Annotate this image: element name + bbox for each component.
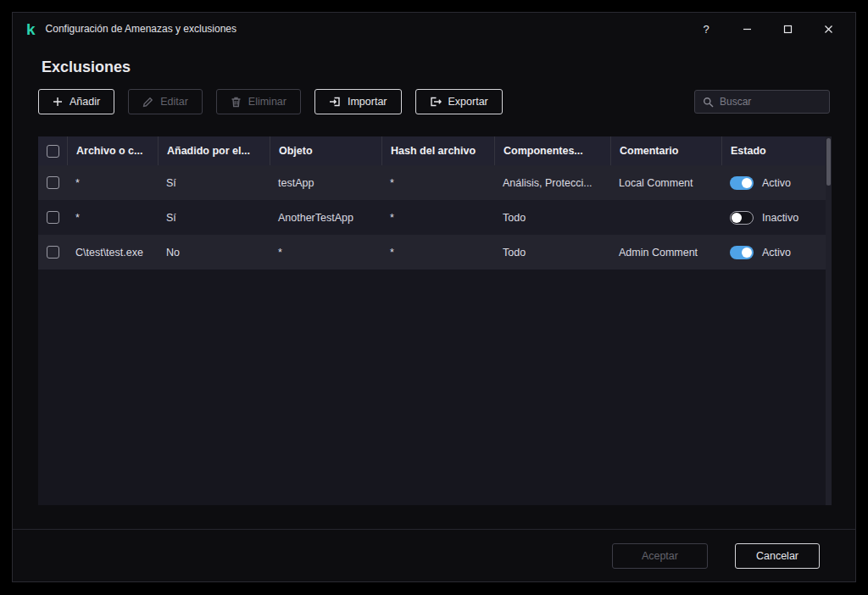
accept-button[interactable]: Aceptar — [612, 543, 708, 569]
maximize-icon — [783, 25, 793, 34]
column-header-file[interactable]: Archivo o c... — [67, 136, 158, 165]
add-button-label: Añadir — [70, 96, 100, 108]
cell-object: AnotherTestApp — [270, 200, 381, 235]
cell-hash: * — [381, 235, 494, 270]
row-checkbox[interactable] — [47, 246, 59, 259]
cell-components: Análisis, Protecci... — [494, 165, 610, 200]
table-body: * Sí testApp * Análisis, Protecci... Loc… — [38, 165, 826, 505]
cell-file: * — [67, 165, 158, 200]
search-icon — [703, 97, 714, 108]
export-button[interactable]: Exportar — [415, 89, 503, 114]
import-icon — [329, 96, 341, 108]
status-toggle[interactable] — [730, 176, 754, 190]
trash-icon — [231, 97, 242, 108]
cell-comment: Local Comment — [610, 165, 721, 200]
column-header-object[interactable]: Objeto — [270, 136, 381, 165]
exclusions-table: Archivo o c... Añadido por el... Objeto … — [38, 136, 832, 505]
title-bar: k Configuración de Amenazas y exclusione… — [13, 13, 855, 45]
toggle-knob — [742, 247, 752, 258]
table-row[interactable]: * Sí AnotherTestApp * Todo Inactivo — [38, 200, 826, 235]
window-controls: ? — [686, 13, 855, 45]
column-header-comment[interactable]: Comentario — [610, 136, 721, 165]
page-title: Exclusiones — [42, 58, 855, 79]
cell-object: * — [270, 235, 381, 270]
delete-button[interactable]: Eliminar — [216, 89, 301, 114]
plus-icon — [53, 97, 63, 107]
column-header-hash[interactable]: Hash del archivo — [381, 136, 494, 165]
table-row[interactable]: C\test\test.exe No * * Todo Admin Commen… — [38, 235, 826, 270]
scrollbar-thumb[interactable] — [826, 138, 831, 186]
vertical-scrollbar[interactable] — [826, 136, 832, 505]
cell-comment — [610, 200, 721, 235]
cell-added-by: No — [158, 235, 270, 270]
column-header-components[interactable]: Componentes... — [494, 136, 610, 165]
edit-button[interactable]: Editar — [128, 89, 203, 114]
add-button[interactable]: Añadir — [38, 89, 114, 114]
cell-file: * — [67, 200, 158, 235]
export-icon — [430, 96, 442, 108]
help-button[interactable]: ? — [686, 13, 726, 45]
close-button[interactable] — [808, 13, 849, 45]
toolbar: Añadir Editar Eliminar Importar Exportar — [13, 89, 855, 114]
search-input[interactable] — [720, 96, 821, 108]
cell-object: testApp — [270, 165, 381, 200]
select-all-checkbox[interactable] — [47, 145, 59, 158]
cancel-button[interactable]: Cancelar — [735, 543, 820, 569]
import-button-label: Importar — [348, 96, 387, 108]
maximize-button[interactable] — [767, 13, 808, 45]
delete-button-label: Eliminar — [248, 96, 287, 108]
cell-hash: * — [381, 165, 494, 200]
column-header-added-by[interactable]: Añadido por el... — [158, 136, 270, 165]
import-button[interactable]: Importar — [314, 89, 402, 114]
cell-added-by: Sí — [158, 165, 270, 200]
cell-added-by: Sí — [158, 200, 270, 235]
table-header-row: Archivo o c... Añadido por el... Objeto … — [38, 136, 832, 165]
status-label: Inactivo — [762, 212, 798, 224]
minimize-icon — [743, 25, 752, 34]
status-toggle[interactable] — [730, 246, 754, 259]
minimize-button[interactable] — [726, 13, 767, 45]
footer-bar: Aceptar Cancelar — [13, 529, 855, 581]
row-checkbox[interactable] — [47, 211, 59, 224]
toggle-knob — [742, 178, 752, 188]
cell-components: Todo — [494, 200, 610, 235]
edit-button-label: Editar — [160, 96, 188, 108]
close-icon — [824, 25, 833, 34]
row-checkbox[interactable] — [47, 176, 59, 189]
status-toggle[interactable] — [730, 211, 754, 225]
cell-comment: Admin Comment — [610, 235, 721, 270]
app-window: k Configuración de Amenazas y exclusione… — [12, 12, 856, 582]
column-header-status[interactable]: Estado — [721, 136, 832, 165]
status-label: Activo — [762, 247, 791, 259]
cell-hash: * — [381, 200, 494, 235]
kaspersky-logo-icon: k — [26, 21, 36, 37]
toggle-knob — [732, 213, 742, 223]
status-label: Activo — [762, 177, 791, 189]
window-title: Configuración de Amenazas y exclusiones — [46, 23, 236, 35]
pencil-icon — [142, 97, 153, 108]
cell-components: Todo — [494, 235, 610, 270]
cell-file: C\test\test.exe — [67, 235, 158, 270]
export-button-label: Exportar — [448, 96, 488, 108]
table-row[interactable]: * Sí testApp * Análisis, Protecci... Loc… — [38, 165, 826, 200]
search-box — [694, 90, 830, 114]
